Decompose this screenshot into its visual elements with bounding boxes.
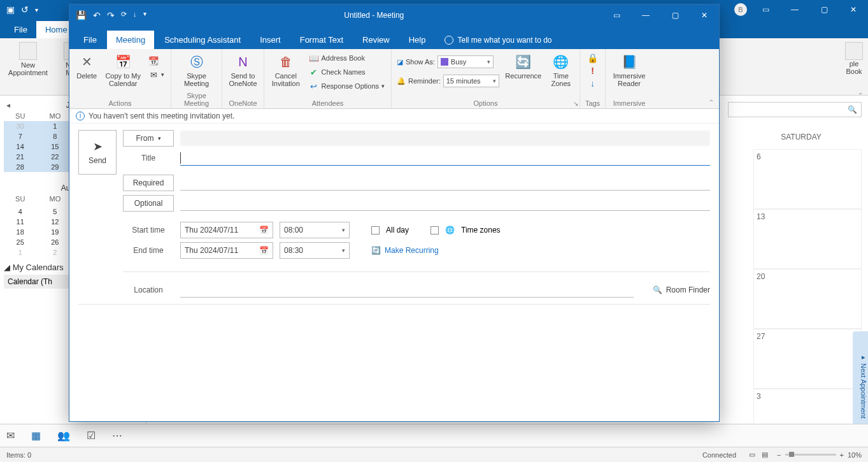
reminder-select[interactable]: 15 minutes ▾: [443, 75, 499, 87]
copy-to-calendar-button[interactable]: 📅 Copy to My Calendar: [103, 52, 143, 89]
dialog-close-button[interactable]: ✕: [690, 4, 719, 26]
reading-view-icon[interactable]: ▤: [762, 451, 768, 459]
maximize-button[interactable]: ▢: [809, 0, 839, 19]
people-icon[interactable]: 👥: [57, 430, 70, 442]
address-book-button[interactable]: ple Address Book Book: [845, 42, 863, 75]
calendar-picker-icon: 📅: [259, 246, 269, 255]
cancel-invitation-button[interactable]: 🗑 Cancel Invitation: [268, 52, 304, 89]
more-nav-icon[interactable]: ⋯: [112, 430, 122, 442]
calendar-cell[interactable]: 6: [753, 149, 862, 209]
delete-button[interactable]: ✕ Delete: [73, 52, 100, 81]
time-zones-checkbox[interactable]: [430, 226, 439, 235]
user-avatar[interactable]: B: [734, 3, 747, 16]
forward-button[interactable]: 📆: [146, 54, 167, 67]
view-mode-icon[interactable]: ▭: [749, 451, 755, 459]
tab-help[interactable]: Help: [400, 31, 435, 49]
send-button[interactable]: ➤ Send: [78, 130, 117, 175]
from-value: [180, 131, 710, 146]
ribbon-display-icon[interactable]: ▭: [751, 0, 780, 19]
high-importance-icon[interactable]: !: [591, 66, 594, 76]
items-count: Items: 0: [6, 451, 31, 459]
day-header-saturday: SATURDAY: [747, 133, 855, 141]
show-as-select[interactable]: Busy ▾: [438, 55, 494, 68]
title-input[interactable]: [180, 150, 710, 166]
calendar-cell[interactable]: 27: [753, 329, 862, 389]
room-finder-button[interactable]: 🔍 Room Finder: [653, 285, 710, 294]
zoom-in-icon[interactable]: +: [840, 451, 844, 459]
zoom-slider[interactable]: [785, 454, 836, 456]
search-input[interactable]: 🔍: [728, 102, 862, 117]
recurrence-button[interactable]: 🔄 Recurrence: [504, 52, 543, 89]
qat-btn-icon[interactable]: ⟳: [121, 10, 127, 20]
make-recurring-link[interactable]: 🔄 Make Recurring: [371, 246, 439, 255]
zoom-out-icon[interactable]: −: [777, 451, 781, 459]
reader-icon: 📘: [620, 53, 638, 71]
mail-icon[interactable]: ✉: [6, 430, 15, 442]
end-date-input[interactable]: Thu 2024/07/11📅: [180, 242, 273, 259]
optional-button[interactable]: Optional: [123, 195, 174, 212]
skype-meeting-button[interactable]: Ⓢ Skype Meeting: [175, 52, 218, 89]
redo-icon[interactable]: ↷: [107, 10, 115, 20]
prev-month-icon[interactable]: ◂: [6, 101, 10, 110]
ribbon-display-icon[interactable]: ▭: [602, 4, 631, 26]
options-launcher-icon[interactable]: ↘: [573, 100, 578, 107]
undo-icon[interactable]: ↶: [93, 10, 101, 20]
address-book-button[interactable]: 📖Address Book: [306, 52, 388, 64]
onenote-icon: N: [234, 53, 252, 71]
calendar-cell[interactable]: 13: [753, 209, 862, 269]
location-input[interactable]: [180, 282, 634, 298]
private-lock-icon[interactable]: 🔒: [587, 53, 598, 63]
start-time-input[interactable]: 08:00▾: [280, 222, 350, 238]
send-icon: ➤: [93, 140, 103, 154]
required-input[interactable]: [180, 175, 710, 191]
ribbon-collapse-icon[interactable]: ⌃: [709, 99, 714, 106]
minimize-button[interactable]: —: [780, 0, 809, 19]
meeting-body-editor[interactable]: [69, 311, 719, 421]
calendar-icon: [19, 42, 37, 60]
calendar-copy-icon: 📅: [114, 53, 132, 71]
tab-insert[interactable]: Insert: [251, 31, 290, 49]
calendar-nav-icon[interactable]: ▦: [31, 430, 41, 442]
send-to-onenote-button[interactable]: N Send to OneNote: [226, 52, 260, 89]
check-names-button[interactable]: ✔Check Names: [306, 66, 388, 78]
connection-status: Connected: [702, 451, 736, 459]
tab-meeting[interactable]: Meeting: [107, 31, 154, 49]
new-appointment-button[interactable]: New Appointment: [5, 42, 51, 76]
meeting-dialog: 💾 ↶ ↷ ⟳ ↓ ▾ Untitled - Meeting ▭ — ▢ ✕ F…: [69, 4, 720, 422]
qat-btn-icon[interactable]: ↓: [133, 10, 137, 20]
book-icon: [845, 42, 863, 60]
dialog-minimize-button[interactable]: —: [631, 4, 660, 26]
tab-review[interactable]: Review: [353, 31, 399, 49]
next-appointment-tab[interactable]: ▸ Next Appointment: [853, 331, 868, 433]
tab-format-text[interactable]: Format Text: [291, 31, 352, 49]
globe-small-icon: 🌐: [445, 226, 455, 235]
cancel-icon: 🗑: [277, 53, 295, 71]
low-importance-icon[interactable]: ↓: [590, 78, 595, 89]
qat-more-icon[interactable]: ▾: [35, 6, 38, 13]
show-as-icon: ◪: [397, 58, 403, 66]
immersive-reader-button[interactable]: 📘 Immersive Reader: [609, 52, 649, 89]
tell-me-search[interactable]: Tell me what you want to do: [436, 31, 560, 49]
dialog-maximize-button[interactable]: ▢: [660, 4, 690, 26]
bottom-navbar: ✉ ▦ 👥 ☑ ⋯: [0, 424, 868, 447]
tasks-icon[interactable]: ☑: [87, 430, 96, 442]
close-button[interactable]: ✕: [839, 0, 868, 19]
start-date-input[interactable]: Thu 2024/07/11📅: [180, 222, 273, 238]
time-zones-button[interactable]: 🌐 Time Zones: [546, 52, 576, 89]
end-time-input[interactable]: 08:30▾: [280, 242, 350, 259]
calendar-cell[interactable]: 20: [753, 269, 862, 329]
status-bar: Items: 0 Connected ▭ ▤ − + 10%: [0, 447, 868, 462]
tab-file[interactable]: File: [5, 21, 36, 38]
actions-more-button[interactable]: ✉▾: [146, 68, 167, 81]
tab-file[interactable]: File: [75, 31, 106, 49]
zoom-level: 10%: [848, 451, 862, 459]
chevron-down-icon: ▾: [158, 135, 161, 141]
undo-icon[interactable]: ↺: [21, 4, 29, 15]
tab-scheduling-assistant[interactable]: Scheduling Assistant: [155, 31, 250, 49]
from-button[interactable]: From ▾: [123, 130, 174, 147]
response-options-button[interactable]: ↩Response Options ▾: [306, 80, 388, 92]
all-day-checkbox[interactable]: [371, 226, 380, 235]
optional-input[interactable]: [180, 196, 710, 211]
save-icon[interactable]: 💾: [76, 10, 87, 20]
required-button[interactable]: Required: [123, 175, 174, 191]
